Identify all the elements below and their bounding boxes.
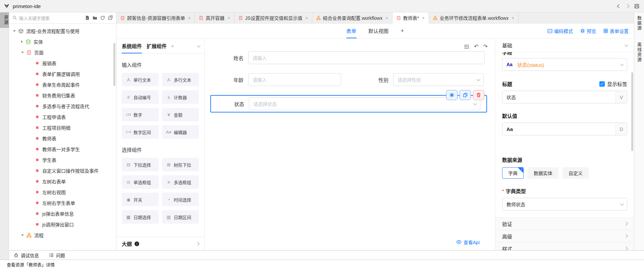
gender-select[interactable]: 请选择性别	[393, 73, 484, 86]
tree-node-entity[interactable]: 实体	[9, 36, 116, 47]
sidebar-tab-resources[interactable]: 资源	[0, 12, 9, 28]
sidebar-tab-offline-resources[interactable]: 离线资源	[636, 39, 642, 66]
component-multi-line-text[interactable]: A多行文本	[162, 73, 199, 86]
component-radio-group[interactable]: ⊙单选框组	[122, 175, 159, 189]
tree-leaf-page[interactable]: 工程申请表	[9, 111, 116, 122]
component-checkbox-group[interactable]: ≡多选框组	[162, 175, 199, 189]
tree-node-pages[interactable]: 页面	[9, 47, 116, 58]
data-source-entity-button[interactable]: 数据实体	[528, 167, 558, 179]
tree-leaf-page[interactable]: 表单扩展逻辑调用	[9, 69, 116, 79]
variable-suffix-button[interactable]: V	[615, 91, 627, 103]
form-settings-button[interactable]: 表单设置	[603, 28, 629, 34]
tree-leaf-page[interactable]: js调用弹出窗口	[9, 219, 116, 230]
nav-forward-icon[interactable]	[626, 5, 629, 8]
properties-header[interactable]: 基础	[495, 39, 634, 52]
editor-tab[interactable]: 顾客信息-资源容器引用表单 ×	[116, 12, 195, 23]
search-input[interactable]: 输入关键字搜索	[19, 15, 83, 21]
field-selector-dropdown[interactable]: Aa 状态(status)	[502, 58, 627, 71]
section-validation[interactable]: 验证	[495, 218, 634, 230]
component-dropdown-select[interactable]: ⊟下拉选择	[122, 158, 159, 171]
problems-tab[interactable]: 问题	[49, 252, 65, 259]
section-advanced[interactable]: 高级	[495, 230, 634, 242]
field-copy-button[interactable]	[460, 90, 471, 100]
tree-leaf-page[interactable]: 报销表	[9, 58, 116, 69]
tree-leaf-page[interactable]: 教师表	[9, 133, 116, 144]
tree-leaf-page[interactable]: 学生表	[9, 154, 116, 165]
undo-icon[interactable]: ↶	[474, 44, 478, 49]
collapse-all-icon[interactable]	[108, 15, 113, 20]
add-view-button[interactable]: +	[400, 24, 404, 38]
component-date-picker[interactable]: ▦日期选择	[122, 210, 159, 224]
view-api-link[interactable]: 查看Api	[456, 239, 480, 245]
close-icon[interactable]: ×	[227, 16, 230, 20]
chevron-right-icon[interactable]	[196, 242, 199, 245]
nav-back-icon[interactable]	[618, 5, 621, 8]
editor-tab[interactable]: 高开容器 ×	[195, 12, 234, 23]
component-number-range[interactable]: 1~3数字区间	[122, 125, 159, 139]
show-label-checkbox[interactable]: 显示标签	[599, 80, 627, 87]
new-folder-icon[interactable]	[93, 15, 97, 20]
editor-tab[interactable]: 业务环节修改流程表单.workflowx ×	[429, 12, 519, 23]
tab-system-components[interactable]: 系统组件	[122, 39, 142, 53]
expand-arrow-icon[interactable]	[21, 52, 24, 53]
tree-leaf-page[interactable]: 左树右学生表单	[9, 197, 116, 208]
component-tree-dropdown[interactable]: ⊞树形下拉	[162, 158, 199, 171]
age-input[interactable]: 请输入	[248, 73, 341, 86]
status-select[interactable]: 请选择状态	[249, 97, 480, 110]
component-auto-number[interactable]: #自动编号	[122, 90, 159, 104]
field-settings-button[interactable]	[446, 90, 458, 100]
tree-leaf-page[interactable]: 自定义窗口操作按钮及事件	[9, 165, 116, 176]
layout-align-icon[interactable]	[464, 44, 469, 49]
tab-extended-components[interactable]: 扩展组件	[147, 39, 167, 53]
refresh-icon[interactable]	[100, 15, 105, 20]
save-icon[interactable]	[634, 4, 639, 9]
close-icon[interactable]: ×	[385, 16, 388, 20]
default-suffix-button[interactable]: D	[615, 123, 627, 135]
default-value-input[interactable]: Aa D	[502, 123, 627, 135]
tree-leaf-page[interactable]: 教师表一对多学生	[9, 144, 116, 154]
chevron-down-icon[interactable]	[197, 44, 201, 47]
component-number[interactable]: 123数字	[122, 108, 159, 121]
tree-leaf-page[interactable]: 左树右视图	[9, 187, 116, 197]
debug-info-tab[interactable]: 调试信息	[14, 252, 39, 259]
checkbox-checked-icon[interactable]	[599, 81, 605, 87]
tree-leaf-page[interactable]: 工程项目明细	[9, 122, 116, 133]
tree-leaf-page[interactable]: js弹出表单信息	[9, 208, 116, 219]
close-icon[interactable]: ×	[305, 16, 308, 20]
component-time-picker[interactable]: ◔时间选择	[162, 193, 199, 206]
tree-scrollbar[interactable]	[113, 43, 115, 86]
component-date-range[interactable]: ▥日期区间	[162, 210, 199, 224]
outline-bar[interactable]: 大纲 i	[116, 237, 204, 250]
name-input[interactable]: 请输入	[248, 51, 485, 64]
tab-form[interactable]: 表单	[346, 24, 356, 38]
component-switch[interactable]: ◉开关	[122, 193, 159, 206]
component-editor[interactable]: A≡编辑器	[162, 125, 199, 139]
data-source-custom-button[interactable]: 自定义	[562, 167, 589, 179]
canvas-field-status-selected[interactable]: 状态 请选择状态	[210, 95, 487, 113]
menu-icon[interactable]: ≡	[171, 44, 173, 48]
tree-leaf-page[interactable]: 表单生命周起事件	[9, 79, 116, 90]
title-input[interactable]: 状态 V	[502, 91, 627, 103]
close-icon[interactable]: ×	[188, 16, 191, 20]
editor-tab[interactable]: JS设置控件提交值和显示值 ×	[234, 12, 312, 23]
editor-tab-active[interactable]: 教师表* ×	[392, 12, 429, 24]
tree-leaf-page[interactable]: 财务费用归集表	[9, 90, 116, 101]
tree-leaf-page[interactable]: 左树右表单	[9, 176, 116, 187]
close-icon[interactable]: ×	[422, 16, 425, 20]
redo-icon[interactable]: ↷	[483, 44, 488, 49]
collapse-arrow-icon[interactable]	[21, 40, 23, 43]
component-single-line-text[interactable]: A单行文本	[122, 73, 159, 86]
tree-node-root[interactable]: 流程-业务流程配置与使用	[9, 26, 116, 36]
tab-default-view[interactable]: 默认视图	[368, 24, 388, 38]
data-source-dict-button[interactable]: 字典	[502, 167, 524, 179]
expand-arrow-icon[interactable]	[13, 30, 16, 32]
sidebar-tab-datasource[interactable]: 数据源	[636, 12, 642, 34]
properties-scrollbar[interactable]	[631, 72, 633, 151]
component-amount[interactable]: ¥金额	[162, 108, 199, 121]
close-icon[interactable]: ×	[512, 16, 514, 20]
dict-type-select[interactable]: 教师状态	[502, 198, 627, 211]
tree-leaf-page[interactable]: 多选参与者子流程迭代	[9, 101, 116, 111]
tree-node-process[interactable]: 流程	[9, 230, 116, 240]
editor-tab[interactable]: 结合业务查询配置.workflowx ×	[312, 12, 392, 23]
field-delete-button[interactable]	[473, 90, 484, 100]
